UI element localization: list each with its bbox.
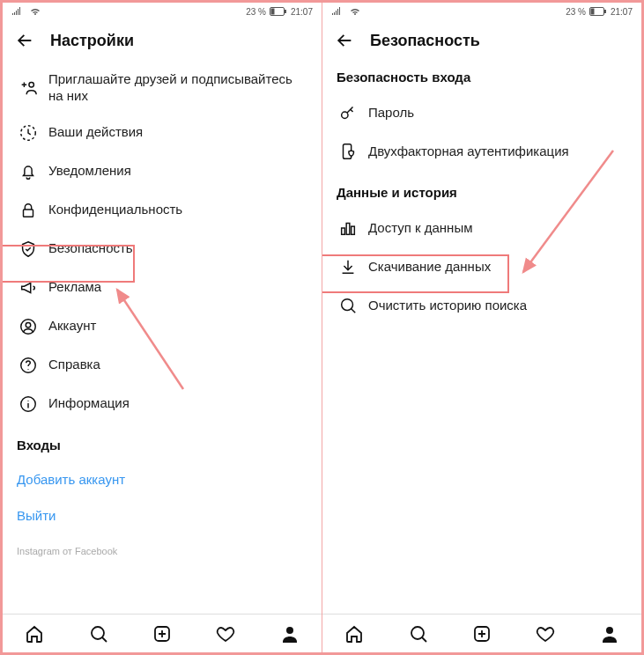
header: Безопасность: [322, 20, 641, 63]
footer-note: Instagram от Facebook: [15, 534, 309, 562]
add-account-link[interactable]: Добавить аккаунт: [15, 461, 309, 497]
svg-point-3: [29, 82, 33, 87]
phone-shield-icon: [337, 141, 359, 162]
settings-item-label: Уведомления: [48, 163, 131, 180]
svg-point-14: [286, 627, 293, 634]
settings-item-label: Безопасность: [48, 240, 133, 257]
back-button[interactable]: [15, 31, 34, 50]
battery-percent: 23 %: [246, 7, 266, 17]
lock-icon: [17, 200, 40, 221]
svg-point-7: [26, 322, 31, 328]
tab-activity[interactable]: [514, 615, 577, 652]
security-item-download-data[interactable]: Скачивание данных: [335, 247, 629, 286]
battery-percent: 23 %: [566, 7, 586, 17]
tab-profile[interactable]: [258, 615, 322, 652]
svg-point-18: [342, 112, 348, 118]
add-person-icon: [17, 77, 40, 99]
svg-point-23: [342, 299, 353, 311]
security-item-label: Двухфакторная аутентификация: [368, 144, 569, 160]
settings-item-label: Аккаунт: [48, 318, 96, 335]
search-icon: [337, 295, 359, 316]
svg-point-26: [606, 627, 613, 634]
header: Настройки: [3, 20, 322, 63]
settings-item-label: Ваши действия: [48, 124, 143, 141]
svg-point-24: [411, 627, 424, 639]
page-title: Безопасность: [370, 32, 480, 50]
logins-header: Входы: [15, 423, 309, 461]
settings-item-label: Справка: [48, 357, 100, 373]
svg-rect-21: [346, 224, 350, 235]
data-bars-icon: [337, 217, 359, 239]
logout-link[interactable]: Выйти: [15, 497, 309, 534]
svg-rect-22: [352, 226, 355, 234]
tab-bar: [3, 614, 322, 652]
settings-item-label: Информация: [48, 395, 130, 412]
tab-home[interactable]: [3, 615, 66, 652]
tab-search[interactable]: [66, 615, 130, 652]
svg-rect-16: [590, 9, 594, 15]
key-icon: [337, 102, 359, 123]
settings-item-privacy[interactable]: Конфиденциальность: [15, 191, 309, 230]
settings-item-security[interactable]: Безопасность: [15, 230, 309, 269]
page-title: Настройки: [50, 32, 134, 50]
settings-list: Приглашайте друзей и подписывайтесь на н…: [3, 63, 322, 614]
settings-item-account[interactable]: Аккаунт: [15, 307, 309, 346]
settings-item-help[interactable]: Справка: [15, 346, 309, 385]
settings-screen: 23 % 21:07 Настройки Приглашайте друзей …: [3, 3, 322, 652]
svg-rect-17: [604, 10, 606, 13]
settings-item-ads[interactable]: Реклама: [15, 269, 309, 307]
settings-item-invite-friends[interactable]: Приглашайте друзей и подписывайтесь на н…: [15, 63, 309, 114]
svg-rect-1: [270, 9, 274, 15]
section-login-security: Безопасность входа: [335, 63, 629, 93]
svg-rect-5: [24, 210, 33, 217]
download-icon: [337, 256, 359, 277]
battery-icon: [270, 7, 287, 16]
clock: 21:07: [291, 7, 313, 17]
status-bar: 23 % 21:07: [3, 3, 322, 20]
tab-activity[interactable]: [194, 615, 257, 652]
info-icon: [17, 394, 40, 415]
activity-icon: [17, 122, 40, 144]
signal-icon: [11, 7, 24, 16]
settings-item-notifications[interactable]: Уведомления: [15, 152, 309, 191]
tab-search[interactable]: [386, 615, 449, 652]
svg-point-12: [92, 627, 104, 639]
tab-home[interactable]: [322, 615, 386, 652]
back-button[interactable]: [335, 31, 354, 50]
svg-point-9: [27, 368, 28, 369]
settings-item-label: Приглашайте друзей и подписывайтесь на н…: [48, 71, 307, 105]
security-item-two-factor[interactable]: Двухфакторная аутентификация: [335, 132, 629, 171]
security-list: Безопасность входа Пароль Двухфакторная …: [322, 63, 641, 614]
bell-icon: [17, 161, 40, 182]
settings-item-label: Реклама: [48, 279, 101, 296]
status-bar: 23 % 21:07: [322, 3, 641, 20]
wifi-icon: [349, 7, 361, 16]
tab-add[interactable]: [450, 615, 514, 652]
svg-rect-20: [342, 228, 345, 234]
user-circle-icon: [17, 316, 40, 337]
battery-icon: [589, 7, 607, 16]
settings-item-label: Конфиденциальность: [48, 202, 182, 218]
wifi-icon: [29, 7, 41, 16]
svg-point-11: [27, 400, 28, 401]
security-item-label: Скачивание данных: [368, 259, 491, 276]
security-item-label: Очистить историю поиска: [368, 298, 527, 314]
settings-item-activity[interactable]: Ваши действия: [15, 114, 309, 152]
security-item-password[interactable]: Пароль: [335, 93, 629, 132]
security-screen: 23 % 21:07 Безопасность Безопасность вхо…: [322, 3, 641, 652]
tab-bar: [322, 614, 641, 652]
svg-rect-2: [285, 10, 286, 13]
settings-item-about[interactable]: Информация: [15, 385, 309, 423]
security-item-label: Доступ к данным: [368, 220, 472, 237]
clock: 21:07: [611, 7, 633, 17]
signal-icon: [331, 7, 344, 16]
help-icon: [17, 355, 40, 376]
tab-add[interactable]: [130, 615, 194, 652]
security-item-label: Пароль: [368, 105, 414, 121]
shield-check-icon: [17, 239, 40, 260]
megaphone-icon: [17, 277, 40, 298]
section-data-history: Данные и история: [335, 171, 629, 209]
security-item-data-access[interactable]: Доступ к данным: [335, 209, 629, 247]
tab-profile[interactable]: [578, 615, 641, 652]
security-item-clear-search[interactable]: Очистить историю поиска: [335, 286, 629, 325]
